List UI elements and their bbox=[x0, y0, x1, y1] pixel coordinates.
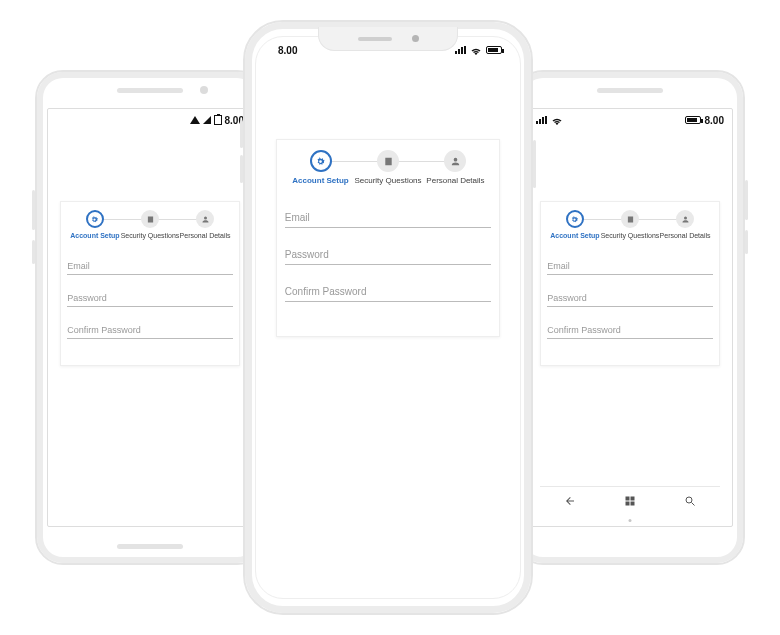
step-personal-details[interactable]: Personal Details bbox=[179, 210, 230, 239]
camera-dot bbox=[200, 86, 208, 94]
back-button[interactable] bbox=[560, 491, 580, 511]
speaker bbox=[117, 544, 183, 549]
email-field[interactable] bbox=[547, 257, 713, 275]
email-field[interactable] bbox=[285, 207, 491, 228]
signal-icon bbox=[536, 116, 547, 124]
password-field[interactable] bbox=[547, 289, 713, 307]
wizard-card: Account Setup Security Questions Persona… bbox=[60, 201, 240, 366]
battery-icon bbox=[685, 116, 701, 124]
wizard-card: Account Setup Security Questions Persona… bbox=[540, 201, 720, 366]
wifi-icon bbox=[551, 116, 563, 125]
step-label: Security Questions bbox=[601, 232, 660, 239]
screen: 8.00 Account Setup Security Questions Pe… bbox=[47, 108, 253, 527]
status-bar: 8.00 bbox=[48, 109, 252, 131]
person-icon bbox=[450, 156, 461, 167]
gear-icon bbox=[90, 215, 99, 224]
list-icon bbox=[626, 215, 635, 224]
step-label: Account Setup bbox=[70, 232, 119, 239]
step-label: Security Questions bbox=[354, 176, 421, 185]
battery-icon bbox=[486, 46, 502, 54]
battery-icon bbox=[214, 115, 222, 125]
wizard-card: Account Setup Security Questions Persona… bbox=[276, 139, 500, 337]
svg-line-1 bbox=[692, 502, 695, 505]
confirm-password-field[interactable] bbox=[67, 321, 233, 339]
start-button[interactable] bbox=[620, 491, 640, 511]
email-field[interactable] bbox=[67, 257, 233, 275]
speaker bbox=[597, 88, 663, 93]
device-iphone: 8.00 Account Setup Security Questions bbox=[243, 20, 533, 615]
step-account-setup[interactable]: Account Setup bbox=[287, 150, 354, 185]
step-personal-details[interactable]: Personal Details bbox=[659, 210, 710, 239]
step-label: Personal Details bbox=[180, 232, 231, 239]
screen: 8.00 Account Setup Security Questions Pe… bbox=[527, 108, 733, 527]
person-icon bbox=[201, 215, 210, 224]
password-field[interactable] bbox=[67, 289, 233, 307]
wifi-icon bbox=[470, 46, 482, 55]
notch bbox=[318, 27, 458, 51]
list-icon bbox=[146, 215, 155, 224]
device-windows: 8.00 Account Setup Security Questions Pe… bbox=[515, 70, 745, 565]
step-security-questions[interactable]: Security Questions bbox=[601, 210, 660, 239]
device-android: 8.00 Account Setup Security Questions Pe… bbox=[35, 70, 265, 565]
status-bar: 8.00 bbox=[528, 109, 732, 131]
signal-icon bbox=[203, 116, 211, 124]
stepper: Account Setup Security Questions Persona… bbox=[547, 210, 713, 239]
list-icon bbox=[383, 156, 394, 167]
speaker bbox=[117, 88, 183, 93]
nav-bar bbox=[540, 486, 720, 514]
step-security-questions[interactable]: Security Questions bbox=[121, 210, 180, 239]
step-account-setup[interactable]: Account Setup bbox=[69, 210, 120, 239]
confirm-password-field[interactable] bbox=[547, 321, 713, 339]
status-time: 8.00 bbox=[705, 115, 724, 126]
screen: 8.00 Account Setup Security Questions bbox=[255, 36, 521, 599]
nav-dot bbox=[629, 519, 632, 522]
step-label: Account Setup bbox=[292, 176, 348, 185]
wifi-icon bbox=[190, 116, 200, 124]
password-field[interactable] bbox=[285, 244, 491, 265]
gear-icon bbox=[315, 156, 326, 167]
step-label: Personal Details bbox=[426, 176, 484, 185]
step-label: Security Questions bbox=[121, 232, 180, 239]
person-icon bbox=[681, 215, 690, 224]
step-account-setup[interactable]: Account Setup bbox=[549, 210, 600, 239]
stepper: Account Setup Security Questions Persona… bbox=[67, 210, 233, 239]
confirm-password-field[interactable] bbox=[285, 281, 491, 302]
stepper: Account Setup Security Questions Persona… bbox=[285, 150, 491, 185]
search-button[interactable] bbox=[680, 491, 700, 511]
step-security-questions[interactable]: Security Questions bbox=[354, 150, 421, 185]
step-label: Account Setup bbox=[550, 232, 599, 239]
gear-icon bbox=[570, 215, 579, 224]
svg-point-0 bbox=[686, 497, 692, 503]
step-personal-details[interactable]: Personal Details bbox=[422, 150, 489, 185]
step-label: Personal Details bbox=[660, 232, 711, 239]
signal-icon bbox=[455, 46, 466, 54]
status-time: 8.00 bbox=[264, 45, 297, 56]
